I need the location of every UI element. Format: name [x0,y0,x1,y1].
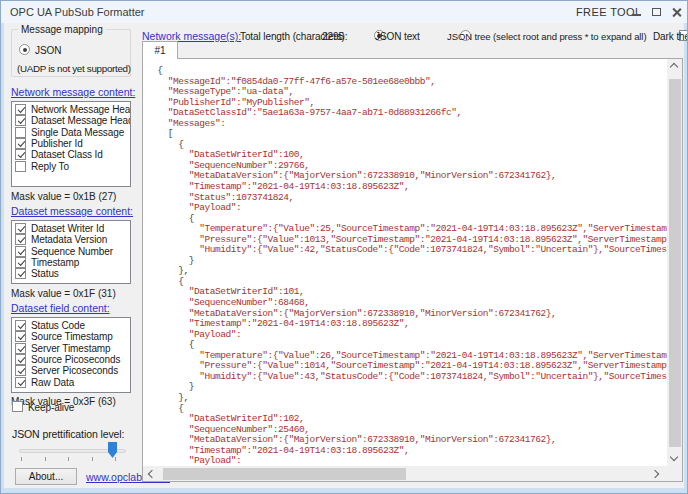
checkbox-icon[interactable] [15,104,26,115]
dataset-message-content-list[interactable]: Dataset Writer Id Metadata Version Seque… [11,220,131,284]
maximize-icon [652,8,661,16]
checkbox-icon[interactable] [15,246,26,257]
dataset-field-content-list[interactable]: Status Code Source Timestamp Server Time… [11,317,131,393]
slider-tick [45,457,46,461]
list-item[interactable]: Server Picoseconds [12,365,130,376]
list-item[interactable]: Reply To [12,160,130,171]
total-length-value: 2295 [322,31,344,42]
slider-tick [68,457,69,461]
list-item[interactable]: Publisher Id [12,138,130,149]
json-line: } [152,382,667,393]
json-text-radio-label[interactable]: JSON text [375,31,420,42]
about-button[interactable]: About... [15,468,77,485]
json-text-area[interactable]: { "MessageId":"f0854da0-77ff-47f6-a57e-5… [143,59,667,466]
network-message-content-link[interactable]: Network message content: [11,86,135,98]
list-item[interactable]: Sequence Number [12,246,130,257]
list-item[interactable]: Timestamp [12,257,130,268]
list-item[interactable]: Source Picoseconds [12,354,130,365]
checkbox-icon[interactable] [15,377,26,388]
json-line: "Payload": [152,203,667,214]
keep-alive-checkbox[interactable] [12,401,23,412]
checkbox-icon[interactable] [15,354,26,365]
checkbox-icon[interactable] [15,234,26,245]
uadp-note: (UADP is not yet supported) [17,63,131,74]
checkbox-icon[interactable] [15,268,26,279]
list-item-label: Source Picoseconds [31,354,120,365]
list-item[interactable]: Dataset Class Id [12,149,130,160]
json-mapping-radio[interactable] [19,44,30,55]
json-line: "Payload": [152,330,667,341]
network-message-content-list[interactable]: Network Message Header Dataset Message H… [11,101,131,187]
json-line: [ [152,129,667,140]
json-panel: { "MessageId":"f0854da0-77ff-47f6-a57e-5… [142,58,683,482]
list-item[interactable]: Dataset Message Header [12,115,130,126]
json-line: }, [152,266,667,277]
dark-theme-label[interactable]: Dark theme [653,31,688,42]
horizontal-scrollbar-thumb[interactable] [163,468,406,480]
prettification-label: JSON prettification level: [12,428,124,440]
checkbox-icon[interactable] [15,331,26,342]
list-item-label: Publisher Id [31,138,83,149]
scroll-right-icon[interactable] [651,469,659,477]
message-mapping-group: Message mapping JSON (UADP is not yet su… [11,29,131,77]
slider-tick [92,457,93,461]
scroll-down-icon[interactable] [670,453,678,461]
tab-1[interactable]: #1 [142,41,178,59]
list-item-label: Status Code [31,320,85,331]
checkbox-icon[interactable] [15,365,26,376]
minimize-button[interactable] [630,7,644,18]
list-item[interactable]: Network Message Header [12,104,130,115]
list-item-label: Sequence Number [31,246,113,257]
list-item[interactable]: Single Data Message [12,127,130,138]
json-mapping-radio-label[interactable]: JSON [35,45,61,56]
list-item[interactable]: Source Timestamp [12,331,130,342]
list-item[interactable]: Status [12,268,130,279]
close-button[interactable] [670,7,684,18]
list-item-label: Server Picoseconds [31,365,118,376]
maximize-button[interactable] [650,7,664,18]
json-line: }, [152,393,667,404]
vertical-scrollbar[interactable] [667,59,682,467]
scrollbar-corner [667,466,682,481]
checkbox-icon[interactable] [15,127,26,138]
list-item[interactable]: Metadata Version [12,234,130,245]
checkbox-icon[interactable] [15,320,26,331]
list-item-label: Server Timestamp [31,343,111,354]
json-line: "Messages": [152,119,667,130]
keep-alive-label[interactable]: Keep-alive [28,402,74,413]
checkbox-icon[interactable] [15,343,26,354]
prettification-slider-thumb[interactable] [108,442,117,458]
app-window: OPC UA PubSub Formatter FREE TOOL Messag… [0,0,688,494]
dataset-field-content-link[interactable]: Dataset field content: [11,302,110,314]
close-icon [671,7,683,18]
checkbox-icon[interactable] [15,115,26,126]
dataset-message-content-link[interactable]: Dataset message content: [11,205,133,217]
slider-tick [21,457,22,461]
json-tree-radio-label[interactable]: JSON tree (select root and press * to ex… [447,31,646,42]
vertical-scrollbar-thumb[interactable] [669,79,681,447]
window-title: OPC UA PubSub Formatter [10,6,145,18]
json-line: "Payload": [152,456,667,466]
list-item-label: Metadata Version [31,234,107,245]
checkbox-icon[interactable] [15,223,26,234]
list-item[interactable]: Server Timestamp [12,343,130,354]
scroll-up-icon[interactable] [670,63,678,71]
list-item[interactable]: Raw Data [12,376,130,387]
json-line: "DataSetWriterId":102, [152,414,667,425]
list-item-label: Dataset Message Header [31,115,131,126]
list-item-label: Single Data Message [31,127,124,138]
list-item-label: Status [31,268,59,279]
checkbox-icon[interactable] [15,257,26,268]
json-line: { [152,66,667,77]
json-line: "Humidity":{"Value":43,"StatusCode":{"Co… [152,372,667,383]
json-line: "Humidity":{"Value":42,"StatusCode":{"Co… [152,245,667,256]
list-item[interactable]: Status Code [12,320,130,331]
checkbox-icon[interactable] [15,138,26,149]
horizontal-scrollbar[interactable] [143,466,667,481]
scroll-left-icon[interactable] [148,469,156,477]
list-item-label: Dataset Class Id [31,149,103,160]
checkbox-icon[interactable] [15,161,26,172]
checkbox-icon[interactable] [15,149,26,160]
list-item[interactable]: Dataset Writer Id [12,223,130,234]
list-item-label: Timestamp [31,257,79,268]
